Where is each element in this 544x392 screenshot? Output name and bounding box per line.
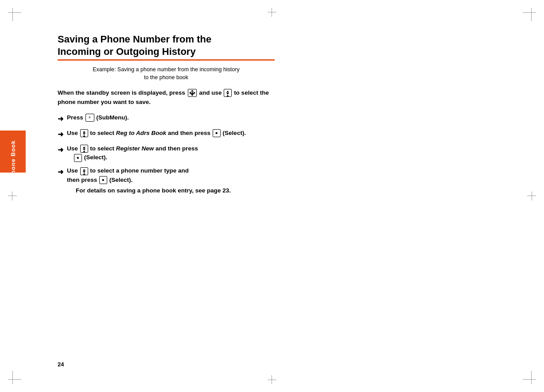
step-4-content: Use to select a phone number type and th… — [67, 166, 275, 200]
example-text: Example: Saving a phone number from the … — [58, 66, 275, 81]
corner-mark-tl — [8, 8, 21, 21]
step-2: ➜ Use to select Reg to Adrs Book and the… — [58, 129, 275, 140]
arrow-icon-4: ➜ — [58, 167, 63, 177]
select-button-icon-2 — [213, 129, 221, 137]
center-mark-right — [527, 192, 536, 200]
step-1-content: Press ≡ (SubMenu). — [67, 113, 275, 122]
corner-mark-br — [523, 371, 536, 384]
center-mark-left — [8, 192, 17, 200]
center-mark-bottom — [268, 375, 276, 384]
page-number: 24 — [58, 361, 64, 368]
intro-paragraph: When the standby screen is displayed, pr… — [58, 88, 275, 107]
arrow-icon-1: ➜ — [58, 114, 63, 124]
step-4-bullets: For details on saving a phone book entry… — [76, 186, 275, 195]
submenu-button-icon: ≡ — [85, 114, 94, 122]
nav-icon-2 — [80, 129, 88, 137]
step-2-content: Use to select Reg to Adrs Book and then … — [67, 129, 275, 138]
corner-mark-bl — [8, 371, 21, 384]
arrow-icon-3: ➜ — [58, 145, 63, 155]
arrow-icon-2: ➜ — [58, 129, 63, 140]
bullet-item-1: For details on saving a phone book entry… — [76, 186, 275, 195]
page: Phone Book Saving a Phone Number from th… — [0, 0, 544, 392]
nav-updown-icon — [224, 89, 232, 97]
select-button-icon-4 — [99, 176, 107, 184]
main-content: Saving a Phone Number from the Incoming … — [58, 33, 275, 204]
center-mark-top — [268, 8, 276, 17]
standby-button-icon — [188, 89, 197, 97]
step-4: ➜ Use to select a phone number type and … — [58, 166, 275, 200]
title-underline — [58, 59, 275, 61]
steps-list: ➜ Press ≡ (SubMenu). ➜ Use to select Reg… — [58, 113, 275, 200]
step-3-content: Use to select Register New and then pres… — [67, 144, 275, 162]
nav-icon-4 — [80, 167, 88, 175]
step-1: ➜ Press ≡ (SubMenu). — [58, 113, 275, 124]
nav-icon-3 — [80, 145, 88, 153]
page-title: Saving a Phone Number from the Incoming … — [58, 33, 275, 58]
corner-mark-tr — [523, 8, 536, 21]
step-3: ➜ Use to select Register New and then pr… — [58, 144, 275, 162]
section-tab-label: Phone Book — [0, 131, 26, 188]
select-button-icon-3 — [74, 154, 82, 162]
